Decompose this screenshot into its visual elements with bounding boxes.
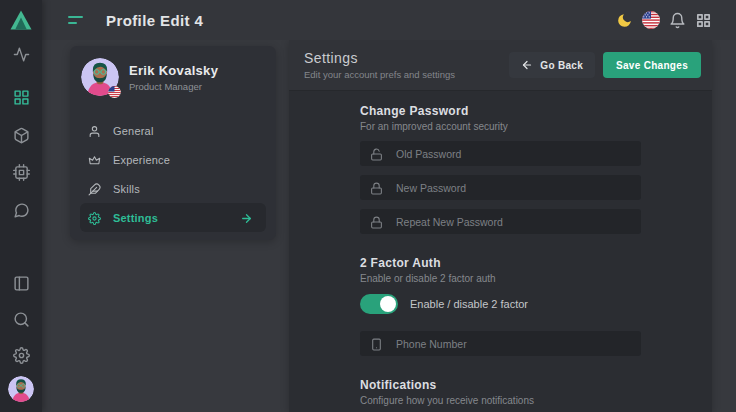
box-icon[interactable] — [13, 127, 30, 144]
section-title-change-password: Change Password — [360, 104, 641, 118]
section-subtitle-change-password: For an improved account security — [360, 121, 641, 132]
gear-icon[interactable] — [13, 347, 30, 364]
section-title-2fa: 2 Factor Auth — [360, 256, 641, 270]
old-password-input[interactable] — [396, 148, 631, 160]
settings-panel-body: Change Password For an improved account … — [289, 91, 712, 406]
section-title-notifications: Notifications — [360, 378, 641, 392]
settings-panel-header: Settings Edit your account prefs and set… — [289, 40, 712, 91]
profile-card-header: Erik Kovalsky Product Manager — [70, 46, 276, 96]
phone-number-input[interactable] — [396, 338, 631, 350]
dark-mode-moon-icon[interactable] — [616, 12, 633, 29]
2fa-toggle-row: Enable / disable 2 factor — [360, 294, 641, 314]
rail-user-avatar[interactable] — [8, 376, 34, 402]
toggle-knob — [380, 296, 396, 312]
grid-icon[interactable] — [13, 89, 30, 106]
menu-toggle-icon[interactable] — [68, 14, 84, 26]
phone-number-field[interactable] — [360, 331, 641, 356]
panel-title: Settings — [304, 50, 455, 66]
lock-icon — [370, 181, 383, 194]
section-subtitle-2fa: Enable or disable 2 factor auth — [360, 273, 641, 284]
notifications-bell-icon[interactable] — [669, 12, 686, 29]
settings-panel: Settings Edit your account prefs and set… — [289, 40, 712, 412]
chat-icon[interactable] — [13, 202, 30, 219]
new-password-input[interactable] — [396, 182, 631, 194]
profile-menu: General Experience Skills Settings — [80, 116, 266, 232]
go-back-button[interactable]: Go Back — [509, 52, 595, 78]
2fa-toggle-label: Enable / disable 2 factor — [410, 298, 528, 310]
avatar-us-flag-badge-icon — [108, 85, 121, 98]
menu-item-general[interactable]: General — [80, 116, 266, 145]
menu-item-settings[interactable]: Settings — [80, 203, 266, 232]
menu-item-label: Settings — [113, 212, 158, 224]
menu-item-label: Experience — [113, 154, 170, 166]
user-name: Erik Kovalsky — [129, 63, 218, 78]
new-password-field[interactable] — [360, 175, 641, 200]
arrow-right-icon — [240, 211, 253, 224]
user-role: Product Manager — [129, 81, 218, 92]
arrow-left-icon — [521, 59, 533, 71]
profile-avatar — [81, 58, 119, 96]
layout-icon[interactable] — [13, 275, 30, 292]
app-window: Profile Edit 4 — [0, 0, 736, 412]
topbar: Profile Edit 4 — [42, 0, 736, 40]
menu-item-skills[interactable]: Skills — [80, 174, 266, 203]
gear-icon — [88, 211, 101, 224]
repeat-password-field[interactable] — [360, 209, 641, 234]
page-title: Profile Edit 4 — [106, 12, 203, 29]
section-subtitle-notifications: Configure how you receive notifications — [360, 395, 641, 406]
save-changes-button[interactable]: Save Changes — [603, 52, 701, 78]
language-us-flag-icon[interactable] — [642, 11, 660, 29]
panel-subtitle: Edit your account prefs and settings — [304, 69, 455, 80]
old-password-field[interactable] — [360, 141, 641, 166]
cpu-icon[interactable] — [13, 164, 30, 181]
crown-icon — [88, 153, 101, 166]
feather-pen-icon — [88, 182, 101, 195]
repeat-password-input[interactable] — [396, 216, 631, 228]
user-icon — [88, 124, 101, 137]
search-icon[interactable] — [13, 311, 30, 328]
save-changes-label: Save Changes — [616, 60, 688, 71]
unlock-icon — [370, 147, 383, 160]
app-logo-icon[interactable] — [9, 8, 33, 32]
menu-item-label: General — [113, 125, 154, 137]
apps-grid-icon[interactable] — [695, 12, 712, 29]
topbar-actions — [616, 11, 712, 29]
menu-item-experience[interactable]: Experience — [80, 145, 266, 174]
profile-card: Erik Kovalsky Product Manager General Ex… — [70, 46, 276, 240]
lock-icon — [370, 215, 383, 228]
smartphone-icon — [370, 337, 383, 350]
activity-icon[interactable] — [13, 46, 30, 63]
icon-rail — [0, 0, 42, 412]
menu-item-label: Skills — [113, 183, 140, 195]
go-back-label: Go Back — [540, 60, 583, 71]
2fa-toggle-switch[interactable] — [360, 294, 398, 314]
